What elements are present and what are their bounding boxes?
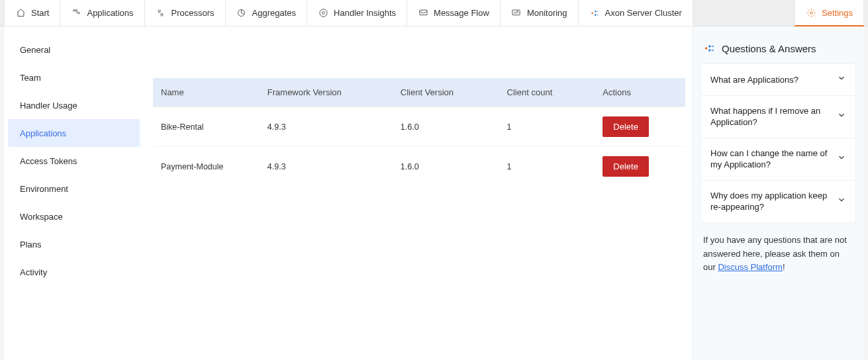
tab-settings[interactable]: Settings — [795, 0, 864, 26]
topnav-spacer — [693, 0, 795, 26]
svg-point-8 — [591, 12, 593, 14]
flow-icon — [418, 8, 428, 19]
tab-label: Aggregates — [252, 8, 297, 18]
sidebar-item-label: Access Tokens — [20, 156, 77, 166]
svg-rect-6 — [419, 10, 426, 15]
qa-panel: Questions & Answers What are Application… — [692, 26, 864, 360]
sidebar-item-environment[interactable]: Environment — [8, 175, 140, 202]
col-client-count: Client count — [499, 78, 595, 107]
discuss-platform-link[interactable]: Discuss Platform — [718, 262, 783, 272]
tab-start[interactable]: Start — [4, 0, 60, 26]
col-actions: Actions — [595, 78, 685, 107]
tab-label: Axon Server Cluster — [605, 8, 682, 18]
sidebar-item-label: Handler Usage — [20, 101, 77, 111]
tab-label: Processors — [171, 8, 215, 18]
col-client-version: Client Version — [393, 78, 499, 107]
cell-actions: Delete — [595, 147, 685, 187]
gear-icon — [806, 7, 816, 18]
svg-point-4 — [319, 9, 326, 17]
table-row: Bike-Rental 4.9.3 1.6.0 1 Delete — [153, 107, 685, 147]
qa-header: Questions & Answers — [700, 42, 856, 54]
cell-actions: Delete — [595, 107, 685, 147]
tab-axon-server-cluster[interactable]: Axon Server Cluster — [578, 0, 693, 26]
cell-name: Bike-Rental — [153, 107, 260, 147]
table-header-row: Name Framework Version Client Version Cl… — [153, 78, 685, 107]
chevron-down-icon — [837, 153, 846, 165]
qa-note: If you have any questions that are not a… — [700, 223, 856, 275]
sidebar: General Team Handler Usage Applications … — [4, 26, 146, 360]
qa-item-label: What happens if I remove an Application? — [710, 105, 832, 128]
qa-item[interactable]: Why does my application keep re-appearin… — [701, 180, 855, 222]
insights-icon — [318, 8, 328, 19]
tab-label: Handler Insights — [334, 8, 396, 18]
sidebar-item-access-tokens[interactable]: Access Tokens — [8, 147, 140, 175]
svg-rect-15 — [712, 46, 714, 47]
col-framework-version: Framework Version — [260, 78, 393, 107]
sidebar-item-applications[interactable]: Applications — [8, 119, 140, 147]
svg-point-2 — [78, 12, 80, 14]
svg-point-1 — [75, 10, 77, 12]
cell-client-version: 1.6.0 — [393, 147, 499, 187]
cell-framework-version: 4.9.3 — [260, 107, 393, 147]
sidebar-item-label: Activity — [20, 267, 47, 277]
table-row: Payment-Module 4.9.3 1.6.0 1 Delete — [153, 147, 685, 187]
svg-point-9 — [595, 11, 597, 13]
page: General Team Handler Usage Applications … — [4, 26, 864, 360]
tab-label: Settings — [822, 8, 853, 18]
sidebar-item-workspace[interactable]: Workspace — [8, 202, 140, 230]
delete-button[interactable]: Delete — [603, 116, 649, 137]
applications-table: Name Framework Version Client Version Cl… — [153, 78, 685, 186]
tab-label: Start — [31, 8, 49, 18]
sidebar-item-label: Applications — [20, 128, 66, 138]
monitoring-icon — [511, 8, 522, 19]
qa-title: Questions & Answers — [722, 43, 816, 54]
chevron-down-icon — [837, 111, 846, 123]
svg-rect-16 — [712, 50, 714, 51]
svg-point-13 — [708, 45, 710, 47]
svg-point-10 — [595, 14, 597, 16]
tab-message-flow[interactable]: Message Flow — [407, 0, 501, 26]
topnav: Start Applications Processors Aggregates… — [0, 0, 868, 26]
chevron-down-icon — [837, 73, 846, 86]
sidebar-item-team[interactable]: Team — [8, 64, 140, 91]
qa-card: What are Applications? What happens if I… — [700, 64, 856, 223]
tab-handler-insights[interactable]: Handler Insights — [307, 0, 407, 26]
qa-item[interactable]: What happens if I remove an Application? — [701, 95, 855, 138]
qa-item[interactable]: What are Applications? — [701, 64, 855, 95]
qa-item-label: What are Applications? — [710, 74, 798, 86]
tab-processors[interactable]: Processors — [144, 0, 226, 26]
axon-icon — [703, 42, 715, 54]
chevron-down-icon — [837, 195, 846, 208]
tab-applications[interactable]: Applications — [60, 0, 144, 26]
sidebar-item-label: General — [20, 45, 50, 55]
cell-name: Payment-Module — [153, 147, 260, 187]
svg-point-12 — [705, 47, 707, 49]
tab-label: Monitoring — [527, 8, 567, 18]
svg-point-5 — [322, 12, 324, 15]
svg-point-14 — [708, 49, 710, 51]
home-icon — [15, 8, 26, 19]
axon-icon — [589, 8, 600, 19]
sidebar-item-label: Environment — [20, 184, 68, 194]
qa-item-label: How can I change the name of my Applicat… — [710, 148, 832, 171]
cell-framework-version: 4.9.3 — [260, 147, 393, 187]
qa-note-suffix: ! — [783, 262, 785, 272]
tab-aggregates[interactable]: Aggregates — [225, 0, 308, 26]
apps-icon — [71, 8, 81, 19]
sidebar-item-label: Plans — [20, 240, 42, 249]
delete-button[interactable]: Delete — [603, 156, 649, 177]
qa-item[interactable]: How can I change the name of my Applicat… — [701, 138, 855, 180]
sidebar-item-label: Workspace — [20, 212, 63, 222]
aggregates-icon — [236, 8, 247, 19]
cell-client-version: 1.6.0 — [393, 107, 499, 147]
svg-point-0 — [73, 10, 75, 12]
tab-monitoring[interactable]: Monitoring — [500, 0, 579, 26]
sidebar-item-activity[interactable]: Activity — [8, 258, 140, 286]
col-name: Name — [153, 78, 260, 107]
sidebar-item-handler-usage[interactable]: Handler Usage — [8, 91, 140, 119]
sidebar-item-label: Team — [20, 73, 41, 83]
tab-label: Applications — [87, 8, 133, 18]
sidebar-item-plans[interactable]: Plans — [8, 230, 140, 258]
cell-client-count: 1 — [499, 147, 595, 187]
sidebar-item-general[interactable]: General — [8, 36, 140, 64]
